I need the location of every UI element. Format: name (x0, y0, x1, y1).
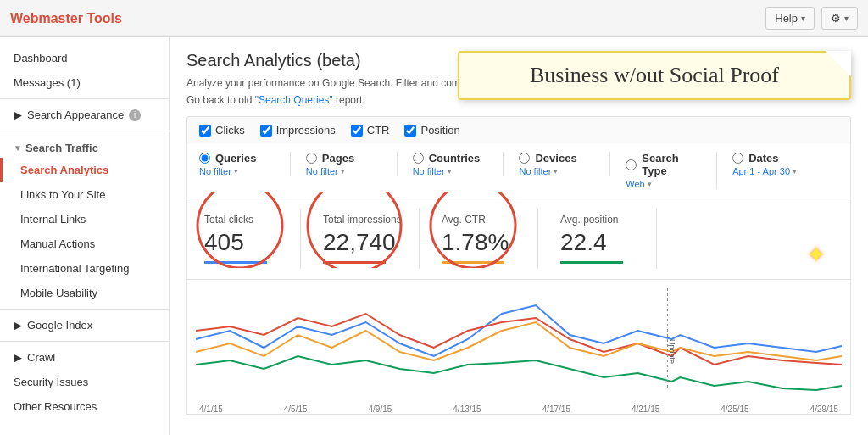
total-impressions-label: Total impressions (323, 214, 402, 226)
radio-group-countries: Countries No filter ▾ (413, 152, 504, 176)
ctr-checkbox[interactable] (351, 125, 363, 137)
x-label-7: 4/25/15 (721, 404, 748, 414)
pages-radio-label[interactable]: Pages (306, 152, 381, 165)
pages-sub: No filter ▾ (306, 166, 381, 176)
sidebar-item-crawl[interactable]: ▶ Crawl (0, 345, 169, 370)
x-label-4: 4/13/15 (453, 404, 481, 414)
stat-avg-position: Avg. position 22.4 (555, 209, 657, 269)
total-clicks-label: Total clicks (204, 214, 283, 226)
stat-avg-ctr: Avg. CTR 1.78% (437, 209, 538, 269)
arrow-down-icon: ▼ (14, 143, 22, 153)
sidebar-item-dashboard[interactable]: Dashboard (0, 46, 169, 70)
impressions-filter[interactable]: Impressions (260, 124, 336, 137)
ctr-filter[interactable]: CTR (351, 124, 390, 137)
clicks-checkbox[interactable] (199, 125, 211, 137)
devices-radio[interactable] (519, 153, 530, 164)
x-label-8: 4/29/15 (810, 404, 838, 414)
sidebar-item-security-issues[interactable]: Security Issues (0, 370, 169, 394)
radio-group-devices: Devices No filter ▾ (519, 152, 610, 176)
logo: Webmaster Tools (10, 11, 122, 26)
info-icon: i (129, 109, 141, 121)
sidebar: Dashboard Messages (1) ▶ Search Appearan… (0, 37, 170, 435)
x-label-2: 4/5/15 (284, 404, 308, 414)
sidebar-section-search-traffic[interactable]: ▼ Search Traffic (0, 135, 169, 158)
clicks-filter[interactable]: Clicks (199, 124, 245, 137)
position-checkbox[interactable] (404, 125, 416, 137)
chart-svg: Update (187, 288, 850, 399)
clicks-bar (204, 261, 267, 264)
dates-radio-label[interactable]: Dates (732, 152, 808, 165)
stat-total-clicks: Total clicks 405 (199, 209, 301, 269)
layout: Dashboard Messages (1) ▶ Search Appearan… (0, 37, 868, 435)
old-report-link[interactable]: "Search Queries" (255, 94, 333, 106)
avg-position-value: 22.4 (560, 229, 639, 256)
filter-radios: Queries No filter ▾ Pages No filter ▾ (186, 143, 851, 198)
header: Webmaster Tools Help ▾ ⚙ ▾ (0, 0, 868, 37)
arrow-icon: ▶ (14, 319, 22, 332)
dropdown-arrow-icon: ▾ (793, 167, 797, 176)
help-button[interactable]: Help ▾ (765, 7, 815, 30)
impressions-bar (323, 261, 386, 264)
dates-radio[interactable] (732, 153, 743, 164)
x-label-1: 4/1/15 (199, 404, 223, 414)
dates-sub: Apr 1 - Apr 30 ▾ (732, 166, 808, 176)
arrow-icon: ▶ (14, 109, 22, 121)
dropdown-arrow-icon: ▾ (341, 167, 345, 176)
queries-sub: No filter ▾ (199, 166, 275, 176)
queries-radio[interactable] (199, 153, 210, 164)
sidebar-item-internal-links[interactable]: Internal Links (0, 207, 169, 231)
countries-sub: No filter ▾ (413, 166, 488, 176)
sidebar-item-other-resources[interactable]: Other Resources (0, 394, 169, 419)
avg-position-label: Avg. position (560, 214, 639, 226)
x-label-6: 4/21/15 (632, 404, 659, 414)
stats-row: Total clicks 405 Total impressions 22,74… (186, 198, 851, 279)
sidebar-item-international-targeting[interactable]: International Targeting (0, 256, 169, 281)
position-bar (560, 261, 623, 264)
countries-radio-label[interactable]: Countries (413, 152, 488, 165)
sidebar-item-mobile-usability[interactable]: Mobile Usability (0, 281, 169, 305)
big-note: Business w/out Social Proof (458, 51, 851, 100)
chart-x-labels: 4/1/15 4/5/15 4/9/15 4/13/15 4/17/15 4/2… (187, 401, 850, 417)
radio-group-queries: Queries No filter ▾ (199, 152, 291, 176)
sidebar-item-manual-actions[interactable]: Manual Actions (0, 231, 169, 256)
avg-ctr-value: 1.78% (442, 229, 520, 256)
sidebar-divider (0, 309, 169, 310)
sidebar-item-search-appearance[interactable]: ▶ Search Appearance i (0, 103, 169, 127)
devices-sub: No filter ▾ (519, 166, 594, 176)
stat-total-impressions: Total impressions 22,740 (318, 209, 420, 269)
svg-text:Update: Update (668, 339, 676, 364)
main-content: Business w/out Social Proof Search Analy… (170, 37, 868, 435)
impressions-checkbox[interactable] (260, 125, 272, 137)
search-type-radio[interactable] (626, 159, 637, 170)
ctr-bar (442, 261, 504, 264)
chart-area: Update 4/1/15 4/5/15 4/9/15 4/13/15 4/17… (186, 279, 851, 415)
filter-bar: Clicks Impressions CTR Position (186, 116, 851, 143)
x-label-3: 4/9/15 (369, 404, 392, 414)
sidebar-item-messages[interactable]: Messages (1) (0, 70, 169, 95)
position-filter[interactable]: Position (404, 124, 459, 137)
pages-radio[interactable] (306, 153, 317, 164)
sidebar-divider (0, 131, 169, 131)
sidebar-item-google-index[interactable]: ▶ Google Index (0, 313, 169, 337)
dropdown-arrow-icon: ▾ (234, 167, 238, 176)
search-type-sub: Web ▾ (626, 179, 701, 189)
queries-radio-label[interactable]: Queries (199, 152, 275, 165)
avg-ctr-label: Avg. CTR (442, 214, 520, 226)
arrow-icon: ▶ (14, 351, 22, 364)
countries-radio[interactable] (413, 153, 424, 164)
search-type-radio-label[interactable]: Search Type (626, 152, 701, 177)
sidebar-divider (0, 341, 169, 342)
dropdown-arrow-icon: ▾ (648, 180, 652, 188)
header-actions: Help ▾ ⚙ ▾ (765, 7, 858, 30)
total-clicks-value: 405 (204, 229, 283, 256)
radio-group-pages: Pages No filter ▾ (306, 152, 398, 176)
settings-button[interactable]: ⚙ ▾ (821, 7, 858, 30)
x-label-5: 4/17/15 (542, 404, 570, 414)
sidebar-item-links[interactable]: Links to Your Site (0, 182, 169, 207)
sidebar-item-search-analytics[interactable]: Search Analytics (0, 158, 169, 182)
radio-group-search-type: Search Type Web ▾ (626, 152, 717, 189)
total-impressions-value: 22,740 (323, 229, 402, 256)
sidebar-divider (0, 98, 169, 99)
dropdown-arrow-icon: ▾ (448, 167, 452, 176)
devices-radio-label[interactable]: Devices (519, 152, 594, 165)
